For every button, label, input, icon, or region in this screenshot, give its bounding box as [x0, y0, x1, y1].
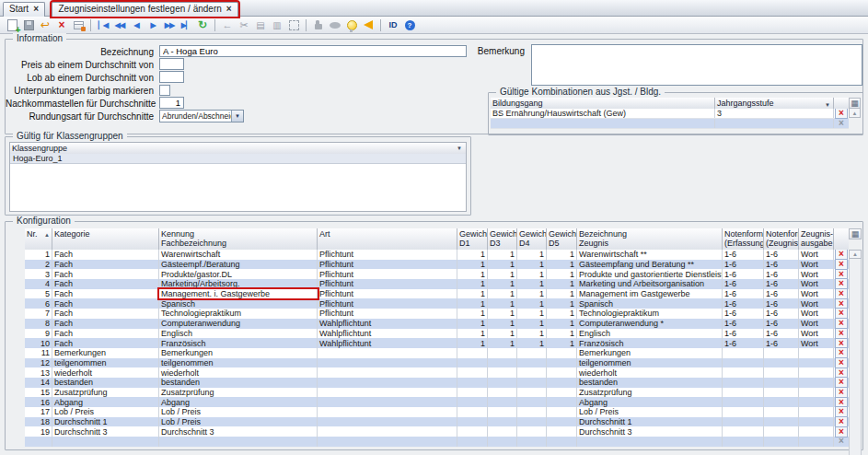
konfig-cell-nf2[interactable]: [764, 397, 799, 407]
konfig-cell-kategorie[interactable]: Fach: [52, 338, 159, 348]
konfig-cell-nf1[interactable]: 1-6: [723, 298, 764, 309]
konfig-cell-aus[interactable]: Wort: [799, 250, 834, 260]
konfig-cell-nr[interactable]: 9: [25, 329, 52, 339]
konfig-cell-bez[interactable]: [577, 437, 723, 447]
konfig-row[interactable]: 14bestandenbestandenbestanden×: [25, 378, 849, 388]
konfig-cell-d4[interactable]: [517, 437, 547, 447]
konfig-cell-nf1[interactable]: 1-6: [723, 260, 764, 270]
konfig-cell-d3[interactable]: 1: [488, 309, 517, 319]
konfig-cell-kennung[interactable]: Englisch: [159, 329, 318, 339]
konfig-cell-art[interactable]: Pflichtunt: [318, 289, 457, 299]
konfig-cell-d3[interactable]: [488, 388, 517, 398]
scroll-up-icon[interactable]: ▲: [849, 250, 862, 259]
konfig-cell-nr[interactable]: 18: [25, 417, 52, 427]
konfig-cell-aus[interactable]: Wort: [799, 260, 834, 270]
konfig-cell-kategorie[interactable]: bestanden: [52, 378, 159, 388]
konfig-cell-aus[interactable]: Wort: [799, 309, 834, 319]
konfig-cell-kennung[interactable]: Computeranwendung: [159, 319, 318, 329]
tab-zeugniseinstellungen[interactable]: Zeugniseinstellungen festlegen / ändern×: [52, 2, 237, 17]
konfig-header-d4[interactable]: GewichtD4: [517, 228, 547, 250]
konfig-cell-aus[interactable]: Wort: [799, 298, 834, 309]
konfig-cell-art[interactable]: [318, 388, 457, 398]
nav-next-fast-button[interactable]: ▶▶: [161, 18, 178, 32]
konfig-cell-nf1[interactable]: [723, 388, 764, 398]
konfig-cell-bez[interactable]: Marketing und Arbeitsorganisation: [577, 279, 723, 289]
konfig-cell-d1[interactable]: 1: [457, 250, 488, 260]
konfig-row[interactable]: 10FachFranzösischWahlpflichtunt1111Franz…: [25, 338, 849, 348]
konfig-cell-nr[interactable]: 14: [25, 378, 52, 388]
konfig-cell-kategorie[interactable]: Fach: [52, 329, 159, 339]
konfig-cell-kennung[interactable]: Marketing/Arbeitsorg.: [159, 279, 318, 289]
lightbulb-button[interactable]: [343, 18, 360, 32]
klassengruppe-list-item[interactable]: Hoga-Euro_1: [10, 154, 466, 164]
konfig-cell-bez[interactable]: Abgang: [577, 397, 723, 407]
new-record-button[interactable]: [4, 18, 20, 32]
lock-button[interactable]: [310, 18, 327, 32]
konfig-cell-kategorie[interactable]: Fach: [52, 260, 159, 270]
konfig-row[interactable]: 15ZusatzprüfungZusatzprüfungZusatzprüfun…: [25, 388, 849, 398]
konfig-cell-aus[interactable]: Wort: [799, 279, 834, 289]
megaphone-button[interactable]: [360, 18, 376, 32]
konfig-header-kategorie[interactable]: Kategorie: [52, 228, 159, 250]
konfig-cell-aus[interactable]: [799, 397, 834, 407]
konfig-cell-aus[interactable]: [799, 407, 834, 417]
konfig-cell-d3[interactable]: 1: [488, 289, 517, 299]
bezeichnung-field[interactable]: [159, 45, 467, 57]
konfig-cell-bez[interactable]: teilgenommen: [577, 358, 723, 368]
konfig-cell-kennung[interactable]: Zusatzprüfung: [159, 388, 318, 398]
konfig-row[interactable]: 1FachWarenwirtschaftPflichtunt1111Warenw…: [25, 250, 849, 260]
konfig-cell-nf1[interactable]: [723, 378, 764, 388]
konfig-cell-kategorie[interactable]: Durchschnitt 3: [52, 426, 159, 437]
konfig-cell-bez[interactable]: Technologiepraktikum: [577, 309, 723, 319]
konfig-cell-nf1[interactable]: [723, 417, 764, 427]
konfig-cell-nr[interactable]: 7: [25, 309, 52, 319]
konfig-cell-art[interactable]: Pflichtunt: [318, 309, 457, 319]
konfig-cell-nf1[interactable]: [723, 407, 764, 417]
id-button[interactable]: ID: [385, 18, 401, 32]
konfig-cell-d4[interactable]: 1: [517, 289, 547, 299]
konfig-cell-nr[interactable]: 1: [25, 250, 52, 260]
konfig-cell-nf2[interactable]: 1-6: [764, 279, 799, 289]
column-chooser-icon[interactable]: ▦: [849, 228, 862, 239]
konfig-cell-d5[interactable]: 1: [547, 289, 577, 299]
konfig-cell-d3[interactable]: 1: [488, 329, 517, 339]
konfig-cell-aus[interactable]: [799, 388, 834, 398]
back-arrow-button[interactable]: ←: [219, 18, 236, 32]
konfig-cell-d5[interactable]: 1: [547, 309, 577, 319]
konfig-cell-d4[interactable]: [517, 397, 547, 407]
konfig-cell-nr[interactable]: 5: [25, 289, 52, 299]
konfig-cell-d4[interactable]: 1: [517, 309, 547, 319]
konfig-cell-nf1[interactable]: [723, 397, 764, 407]
konfig-cell-nf1[interactable]: 1-6: [723, 279, 764, 289]
tab-start[interactable]: Start×: [3, 2, 45, 17]
konfig-cell-d4[interactable]: 1: [517, 319, 547, 329]
konfig-cell-d1[interactable]: 1: [457, 338, 488, 348]
column-chooser-icon[interactable]: ▦: [849, 98, 861, 109]
konfig-cell-d4[interactable]: 1: [517, 250, 547, 260]
chevron-down-icon[interactable]: ▼: [457, 144, 464, 153]
konfig-cell-nf2[interactable]: 1-6: [764, 250, 799, 260]
konfig-cell-aus[interactable]: [799, 378, 834, 388]
bemerkung-textarea[interactable]: [531, 44, 862, 86]
konfig-cell-bez[interactable]: Französisch: [577, 338, 723, 348]
konfig-row[interactable]: 18Durchschnitt 1Lob / PreisDurchschnitt …: [25, 417, 849, 427]
save-button[interactable]: [20, 18, 37, 32]
konfig-cell-nf1[interactable]: [723, 358, 764, 368]
konfig-cell-art[interactable]: [318, 417, 457, 427]
konfig-cell-nf2[interactable]: 1-6: [764, 298, 799, 309]
konfig-cell-art[interactable]: Pflichtunt: [318, 269, 457, 279]
kombi-row[interactable]: ×: [491, 119, 849, 129]
konfig-cell-nf2[interactable]: 1-6: [764, 338, 799, 348]
konfig-cell-d4[interactable]: [517, 426, 547, 437]
konfig-cell-d3[interactable]: 1: [488, 319, 517, 329]
konfig-cell-bez[interactable]: Gästeempfang und Beratung **: [577, 260, 723, 270]
konfig-cell-nr[interactable]: 4: [25, 279, 52, 289]
konfig-cell-nr[interactable]: 17: [25, 407, 52, 417]
konfig-header-nr[interactable]: Nr.▲: [25, 228, 52, 250]
konfig-cell-d5[interactable]: 1: [547, 298, 577, 309]
konfig-cell-d5[interactable]: 1: [547, 338, 577, 348]
konfig-cell-art[interactable]: Pflichtunt: [318, 250, 457, 260]
paste-button[interactable]: ▥: [269, 18, 285, 32]
konfig-header-d5[interactable]: GewichtD5: [547, 228, 577, 250]
konfig-cell-d5[interactable]: 1: [547, 329, 577, 339]
